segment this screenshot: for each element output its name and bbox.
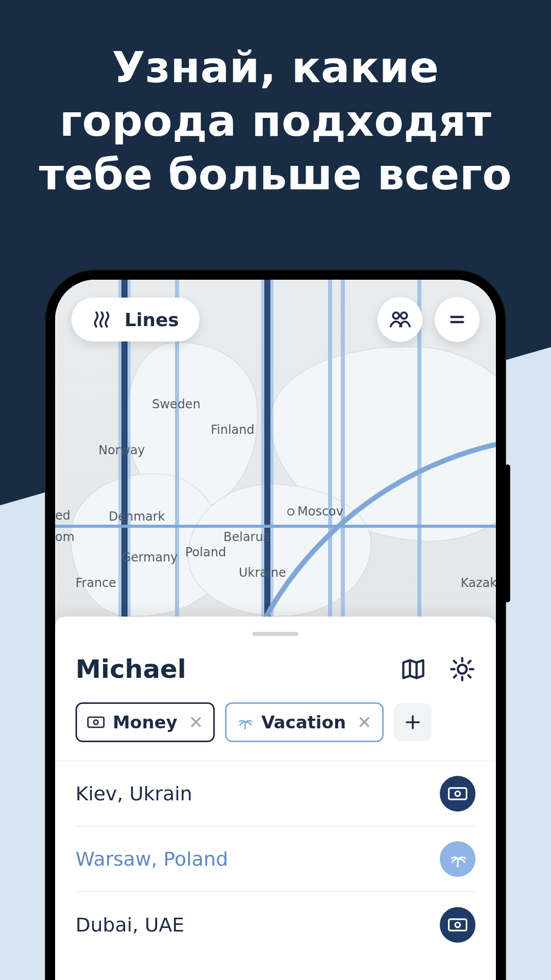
waves-icon: [92, 309, 113, 330]
map-label-moscow: Moscov: [287, 504, 343, 519]
marketing-headline: Узнай, какие города подходят тебе больше…: [0, 41, 551, 202]
filter-chip-row: Money ✕ Vacation ✕: [55, 702, 496, 762]
list-item[interactable]: Kiev, Ukrain: [76, 762, 475, 827]
svg-point-10: [455, 791, 460, 796]
add-chip-button[interactable]: [394, 703, 432, 741]
lines-button-label: Lines: [124, 309, 179, 330]
map-label-finland: Finland: [211, 423, 255, 437]
map-label-sweden: Sweden: [152, 397, 201, 411]
map-icon[interactable]: [400, 656, 427, 682]
map-label-belarus: Belarus: [223, 530, 269, 544]
chip-label: Vacation: [261, 712, 346, 732]
city-label: Kiev, Ukrain: [76, 782, 192, 805]
bottom-sheet: Michael: [55, 617, 496, 980]
list-item[interactable]: Dubai, UAE: [76, 892, 475, 958]
svg-point-12: [455, 922, 460, 927]
map-label-denmark: Denmark: [109, 509, 165, 524]
lines-button[interactable]: Lines: [71, 298, 199, 341]
money-badge: [440, 907, 475, 943]
map-label-frag: om: [55, 530, 74, 544]
city-list: Kiev, Ukrain Warsaw, Poland: [55, 762, 496, 958]
svg-rect-11: [449, 919, 467, 930]
svg-rect-9: [449, 788, 467, 799]
svg-point-1: [401, 312, 407, 318]
palm-icon: [237, 714, 253, 730]
close-icon[interactable]: ✕: [189, 712, 204, 732]
city-label: Warsaw, Poland: [76, 848, 228, 870]
menu-button[interactable]: [435, 297, 480, 342]
map-label-kazakh: Kazak: [461, 576, 496, 590]
svg-point-0: [393, 312, 399, 318]
map-label-poland: Poland: [185, 545, 226, 559]
map-label-frag: ed: [55, 508, 70, 523]
sheet-title: Michael: [76, 654, 186, 684]
list-item[interactable]: Warsaw, Poland: [76, 827, 475, 892]
vacation-badge: [440, 841, 475, 877]
sun-icon[interactable]: [449, 656, 475, 682]
map-label-france: France: [76, 576, 116, 590]
close-icon[interactable]: ✕: [357, 712, 372, 732]
sheet-grabber[interactable]: [253, 632, 298, 636]
map-label-norway: Norway: [98, 443, 145, 457]
city-label: Dubai, UAE: [76, 914, 184, 936]
people-icon: [388, 308, 412, 331]
phone-frame: Sweden Finland Norway Denmark Germany Po…: [46, 271, 505, 980]
menu-icon: [447, 309, 467, 330]
map-label-germany: Germany: [121, 550, 178, 565]
svg-point-6: [94, 720, 98, 725]
map-label-ukraine: Ukraine: [239, 566, 286, 580]
plus-icon: [404, 713, 422, 731]
money-badge: [440, 776, 475, 812]
people-button[interactable]: [378, 297, 422, 342]
money-icon: [87, 716, 105, 729]
svg-point-4: [458, 665, 466, 673]
svg-rect-5: [88, 717, 104, 727]
chip-vacation[interactable]: Vacation ✕: [225, 702, 383, 742]
phone-screen: Sweden Finland Norway Denmark Germany Po…: [55, 280, 496, 980]
top-bar: Lines: [71, 297, 480, 342]
chip-money[interactable]: Money ✕: [76, 702, 215, 742]
chip-label: Money: [113, 712, 178, 732]
